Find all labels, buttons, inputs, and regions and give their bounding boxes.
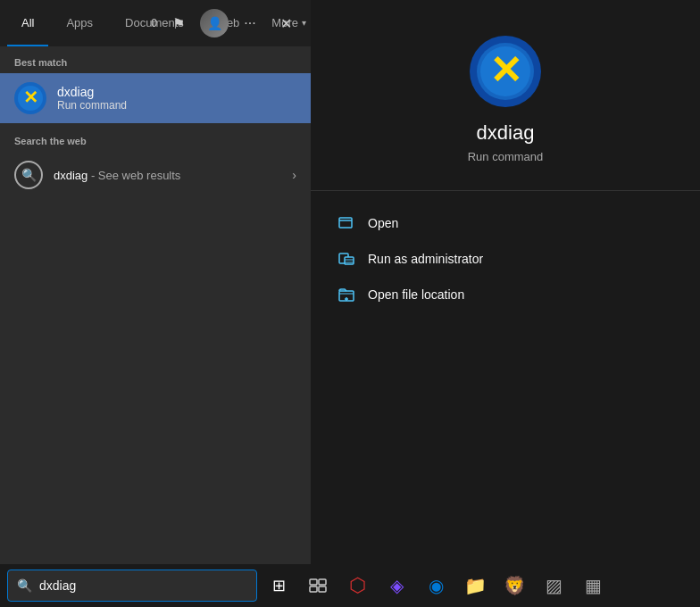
- avatar[interactable]: 👤: [200, 9, 229, 37]
- file-explorer-icon[interactable]: 📁: [457, 568, 493, 603]
- svg-rect-7: [339, 218, 352, 228]
- search-results: Best match ✕ dxdiag Run command Search t…: [0, 46, 311, 578]
- svg-rect-15: [310, 579, 317, 585]
- brave-icon[interactable]: 🦁: [496, 568, 532, 603]
- best-match-item[interactable]: ✕ dxdiag Run command: [0, 73, 311, 123]
- svg-rect-9: [345, 257, 354, 264]
- web-query: dxdiag: [54, 169, 88, 182]
- taskbar-search-icon: 🔍: [17, 578, 32, 593]
- svg-text:⊞: ⊞: [272, 577, 286, 595]
- detail-app-type: Run command: [468, 150, 544, 163]
- action-run-admin[interactable]: Run as administrator: [311, 241, 700, 277]
- action-list: Open Run as administrator: [311, 191, 700, 327]
- web-search-text: dxdiag - See web results: [54, 169, 281, 182]
- svg-rect-17: [310, 586, 317, 592]
- ellipsis-icon[interactable]: ···: [236, 9, 264, 37]
- visual-studio-icon[interactable]: ◈: [379, 568, 414, 603]
- app-detail: ✕ dxdiag Run command: [311, 0, 700, 190]
- taskbar-search-box[interactable]: 🔍: [7, 570, 257, 602]
- start-button[interactable]: ⊞: [261, 568, 296, 603]
- action-open-location[interactable]: Open file location: [311, 277, 700, 312]
- edge-icon[interactable]: ◉: [418, 568, 454, 603]
- flag-icon[interactable]: ⚑: [164, 9, 193, 37]
- taskbar: 🔍 ⊞ ⬡ ◈ ◉ 📁 🦁 ▨ ▦: [0, 564, 700, 607]
- calculator-icon[interactable]: ▦: [575, 568, 611, 603]
- tab-all[interactable]: All: [7, 0, 48, 46]
- run-admin-label: Run as administrator: [368, 252, 483, 266]
- web-search-label: Search the web: [0, 123, 311, 152]
- best-match-label: Best match: [0, 46, 311, 73]
- top-right-actions: 0 ⚑ 👤 ··· ✕: [151, 0, 311, 46]
- folder-icon: [338, 286, 355, 304]
- tab-apps[interactable]: Apps: [52, 0, 107, 46]
- terminal-icon[interactable]: ▨: [536, 568, 571, 603]
- svg-text:✕: ✕: [23, 87, 38, 107]
- chevron-right-icon: ›: [292, 168, 296, 182]
- detail-app-name: dxdiag: [477, 121, 535, 145]
- admin-icon: [338, 250, 355, 268]
- open-location-label: Open file location: [368, 287, 464, 302]
- svg-rect-16: [319, 579, 326, 585]
- right-panel: ✕ dxdiag Run command Open: [311, 0, 700, 578]
- web-suffix: - See web results: [88, 169, 180, 182]
- open-icon: [338, 214, 355, 232]
- svg-rect-18: [319, 586, 326, 592]
- svg-text:✕: ✕: [489, 48, 522, 92]
- close-button[interactable]: ✕: [271, 9, 300, 37]
- action-open[interactable]: Open: [311, 205, 700, 241]
- best-match-app-type: Run command: [57, 99, 127, 112]
- dxdiag-icon-large: ✕: [470, 36, 541, 107]
- web-search-item[interactable]: 🔍 dxdiag - See web results ›: [0, 152, 311, 198]
- notification-count: 0: [151, 17, 157, 29]
- best-match-app-name: dxdiag: [57, 85, 127, 99]
- office-icon[interactable]: ⬡: [339, 568, 375, 603]
- dxdiag-icon-small: ✕: [14, 82, 46, 114]
- web-search-icon: 🔍: [14, 161, 43, 189]
- search-panel: All Apps Documents Web More ▾ 0 ⚑ 👤 ··· …: [0, 0, 311, 578]
- taskbar-search-input[interactable]: [39, 578, 247, 593]
- task-view-button[interactable]: [300, 568, 336, 603]
- open-label: Open: [368, 216, 398, 230]
